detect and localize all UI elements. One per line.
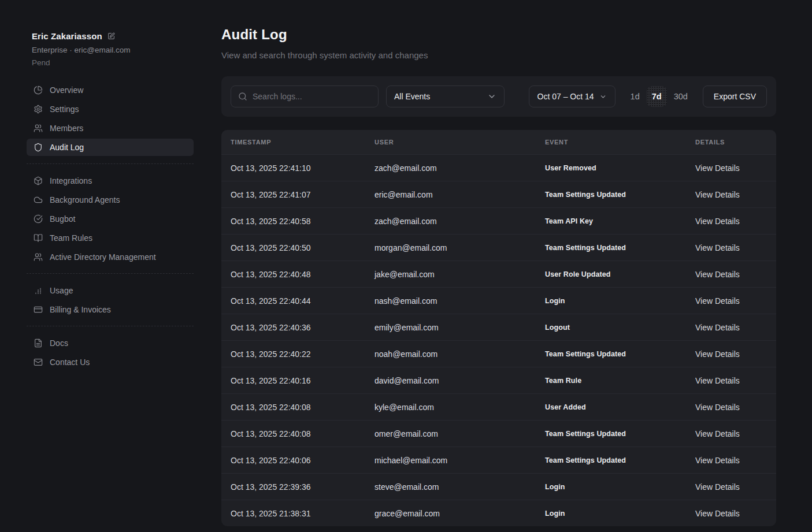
sidebar-item-label: Background Agents	[50, 195, 120, 204]
cell-timestamp: Oct 13, 2025 22:41:10	[231, 163, 375, 173]
sidebar-item-integrations[interactable]: Integrations	[27, 172, 194, 189]
cell-event: Login	[545, 509, 695, 518]
sidebar-group-divider	[27, 273, 194, 274]
view-details-link[interactable]: View Details	[695, 163, 767, 173]
table-row: Oct 13, 2025 22:40:36emily@email.comLogo…	[221, 314, 776, 340]
sidebar-item-label: Integrations	[50, 176, 92, 185]
table-row: Oct 13, 2025 22:39:36steve@email.comLogi…	[221, 473, 776, 500]
sidebar-item-active-directory-management[interactable]: Active Directory Management	[27, 248, 194, 266]
view-details-link[interactable]: View Details	[695, 217, 767, 226]
table-row: Oct 13, 2025 22:40:08kyle@email.comUser …	[221, 393, 776, 420]
sidebar-item-team-rules[interactable]: Team Rules	[27, 229, 194, 247]
cloud-icon	[34, 195, 43, 204]
sidebar-item-label: Audit Log	[50, 143, 84, 152]
sidebar-item-label: Docs	[50, 338, 68, 348]
sidebar-item-settings[interactable]: Settings	[27, 101, 194, 118]
sidebar-item-label: Billing & Invoices	[50, 305, 111, 314]
table-row: Oct 13, 2025 22:40:16david@email.comTeam…	[221, 367, 776, 393]
sidebar-item-background-agents[interactable]: Background Agents	[27, 191, 194, 209]
cell-user: zach@email.com	[375, 163, 545, 173]
user-name: Eric Zakariasson	[32, 31, 102, 41]
view-details-link[interactable]: View Details	[695, 296, 767, 306]
table-body: Oct 13, 2025 22:41:10zach@email.comUser …	[221, 154, 776, 526]
view-details-link[interactable]: View Details	[695, 429, 767, 438]
view-details-link[interactable]: View Details	[695, 349, 767, 359]
sidebar-item-usage[interactable]: Usage	[27, 282, 194, 299]
sidebar-item-label: Active Directory Management	[50, 252, 156, 262]
column-header-user: USER	[375, 139, 545, 146]
cell-timestamp: Oct 13, 2025 21:38:31	[231, 509, 375, 518]
gear-icon	[34, 105, 43, 114]
sidebar-item-billing-and-invoices[interactable]: Billing & Invoices	[27, 301, 194, 318]
view-details-link[interactable]: View Details	[695, 509, 767, 518]
date-range-select[interactable]: Oct 07 – Oct 14	[529, 85, 616, 107]
cell-user: noah@email.com	[375, 349, 545, 359]
search-icon	[238, 92, 247, 101]
sidebar-item-members[interactable]: Members	[27, 120, 194, 137]
range-option-7d[interactable]: 7d	[647, 86, 667, 107]
sidebar-item-label: Members	[50, 124, 83, 133]
sidebar-item-label: Team Rules	[50, 233, 92, 243]
cell-event: Logout	[545, 323, 695, 332]
table-row: Oct 13, 2025 22:40:50morgan@email.comTea…	[221, 234, 776, 261]
sidebar-group-divider	[27, 163, 194, 164]
range-option-1d[interactable]: 1d	[625, 86, 645, 107]
view-details-link[interactable]: View Details	[695, 456, 767, 465]
export-csv-button[interactable]: Export CSV	[703, 85, 767, 107]
mail-icon	[34, 358, 43, 367]
cell-user: kyle@email.com	[375, 403, 545, 412]
table-row: Oct 13, 2025 22:41:10zach@email.comUser …	[221, 154, 776, 181]
sidebar-item-contact-us[interactable]: Contact Us	[27, 354, 194, 371]
chevron-down-icon	[487, 92, 496, 101]
cell-user: zach@email.com	[375, 217, 545, 226]
sidebar-group-divider	[27, 326, 194, 326]
table-row: Oct 13, 2025 22:40:08omer@email.comTeam …	[221, 420, 776, 447]
sidebar-item-overview[interactable]: Overview	[27, 81, 194, 99]
table-row: Oct 13, 2025 22:40:22noah@email.comTeam …	[221, 340, 776, 367]
cell-timestamp: Oct 13, 2025 22:40:08	[231, 429, 375, 438]
book-open-icon	[34, 233, 43, 243]
range-option-30d[interactable]: 30d	[669, 86, 693, 107]
cell-timestamp: Oct 13, 2025 22:40:58	[231, 217, 375, 226]
view-details-link[interactable]: View Details	[695, 482, 767, 492]
view-details-link[interactable]: View Details	[695, 190, 767, 199]
sidebar-item-docs[interactable]: Docs	[27, 334, 194, 352]
pie-chart-icon	[34, 85, 43, 95]
cell-event: User Role Updated	[545, 270, 695, 278]
cell-event: Login	[545, 483, 695, 491]
view-details-link[interactable]: View Details	[695, 376, 767, 385]
view-details-link[interactable]: View Details	[695, 243, 767, 252]
column-header-timestamp: TIMESTAMP	[231, 139, 375, 146]
main-area: Audit Log View and search through system…	[221, 0, 812, 532]
view-details-link[interactable]: View Details	[695, 323, 767, 332]
cell-user: david@email.com	[375, 376, 545, 385]
edit-icon[interactable]	[107, 32, 115, 40]
cell-event: Team Settings Updated	[545, 350, 695, 358]
cell-event: Team Settings Updated	[545, 430, 695, 438]
users-icon	[34, 124, 43, 133]
cell-timestamp: Oct 13, 2025 22:40:08	[231, 403, 375, 412]
event-filter-select[interactable]: All Events	[386, 85, 505, 107]
sidebar-item-audit-log[interactable]: Audit Log	[27, 139, 194, 156]
search-input[interactable]	[253, 92, 371, 101]
sidebar-item-label: Bugbot	[50, 214, 75, 224]
sidebar-item-label: Settings	[50, 105, 79, 114]
bar-chart-icon	[34, 286, 43, 295]
cell-event: Team Rule	[545, 377, 695, 385]
cell-user: jake@email.com	[375, 270, 545, 279]
user-block: Eric Zakariasson Enterprise · eric@email…	[0, 31, 221, 67]
user-plan-email: Enterprise · eric@email.com	[32, 46, 221, 54]
sidebar-item-bugbot[interactable]: Bugbot	[27, 210, 194, 228]
cell-timestamp: Oct 13, 2025 22:41:07	[231, 190, 375, 199]
search-box[interactable]	[231, 85, 379, 107]
view-details-link[interactable]: View Details	[695, 403, 767, 412]
sidebar-item-label: Overview	[50, 85, 83, 95]
cell-timestamp: Oct 13, 2025 22:40:22	[231, 349, 375, 359]
cell-timestamp: Oct 13, 2025 22:39:36	[231, 482, 375, 492]
column-header-event: EVENT	[545, 139, 695, 146]
cell-timestamp: Oct 13, 2025 22:40:48	[231, 270, 375, 279]
table-row: Oct 13, 2025 22:40:48jake@email.comUser …	[221, 261, 776, 287]
date-range-value: Oct 07 – Oct 14	[537, 92, 594, 101]
view-details-link[interactable]: View Details	[695, 270, 767, 279]
package-icon	[34, 176, 43, 185]
